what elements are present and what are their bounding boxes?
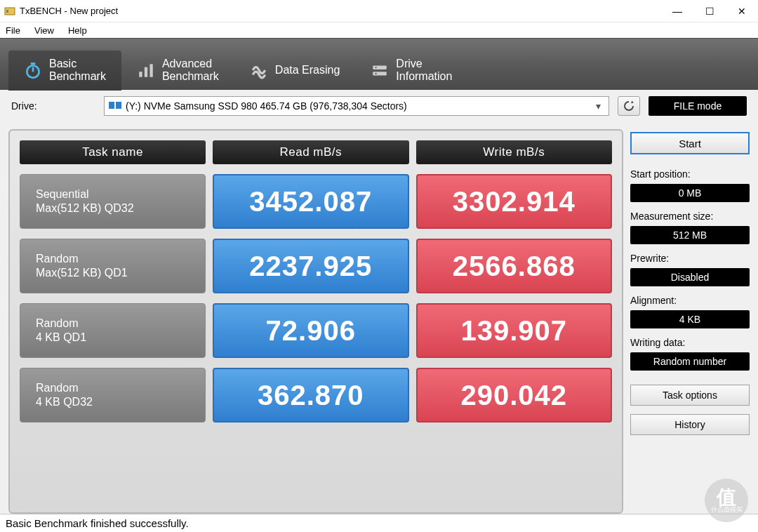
write-value: 139.907 (416, 303, 613, 358)
measurement-size-label: Measurement size: (630, 211, 750, 222)
task-name-line1: Random (36, 381, 205, 395)
tabbar: Basic Benchmark Advanced Benchmark Data … (0, 38, 758, 90)
bench-row: Random Max(512 KB) QD1 2237.925 2566.868 (20, 239, 612, 293)
alignment-value[interactable]: 4 KB (630, 310, 750, 328)
task-name-line2: Max(512 KB) QD32 (36, 201, 205, 215)
minimize-button[interactable]: — (661, 0, 693, 22)
tab-advanced-benchmark[interactable]: Advanced Benchmark (121, 50, 234, 91)
drive-icon (109, 100, 121, 112)
write-value: 3302.914 (416, 174, 613, 229)
tab-data-erasing[interactable]: Data Erasing (234, 50, 356, 91)
app-icon (4, 6, 15, 17)
header-task: Task name (20, 140, 206, 164)
alignment-label: Alignment: (630, 295, 750, 306)
write-value: 2566.868 (416, 239, 613, 293)
task-name-line2: 4 KB QD32 (36, 395, 205, 409)
watermark-char: 值 (717, 488, 736, 506)
start-position-label: Start position: (630, 168, 750, 180)
drive-label: Drive: (11, 100, 95, 112)
task-name-line1: Random (36, 252, 205, 266)
refresh-button[interactable] (618, 96, 640, 116)
tab-drive-information[interactable]: Drive Information (355, 50, 467, 91)
menu-file[interactable]: File (6, 25, 20, 36)
main-area: Task name Read mB/s Write mB/s Sequentia… (0, 122, 758, 514)
write-value: 290.042 (416, 368, 613, 423)
window-title: TxBENCH - New project (20, 6, 661, 16)
writing-data-label: Writing data: (630, 337, 750, 348)
svg-point-10 (375, 67, 377, 68)
maximize-button[interactable]: ☐ (693, 0, 726, 22)
svg-rect-9 (373, 72, 387, 75)
eraser-icon (250, 61, 268, 79)
task-cell[interactable]: Sequential Max(512 KB) QD32 (20, 174, 206, 229)
task-name-line2: 4 KB QD1 (36, 331, 205, 345)
header-write: Write mB/s (416, 140, 613, 164)
drive-icon (371, 61, 389, 79)
drive-row: Drive: (Y:) NVMe Samsung SSD 980 465.74 … (0, 90, 758, 122)
bench-row: Random 4 KB QD1 72.906 139.907 (20, 303, 612, 358)
bench-row: Random 4 KB QD32 362.870 290.042 (20, 368, 612, 423)
drive-select[interactable]: (Y:) NVMe Samsung SSD 980 465.74 GB (976… (104, 96, 609, 116)
task-cell[interactable]: Random 4 KB QD32 (20, 368, 206, 423)
history-button[interactable]: History (630, 414, 750, 435)
task-name-line1: Sequential (36, 187, 205, 201)
task-cell[interactable]: Random 4 KB QD1 (20, 303, 206, 358)
titlebar: TxBENCH - New project — ☐ ✕ (0, 0, 758, 22)
task-options-button[interactable]: Task options (630, 385, 750, 406)
header-read: Read mB/s (213, 140, 409, 164)
read-value: 72.906 (213, 303, 409, 358)
svg-rect-5 (139, 72, 142, 77)
svg-rect-7 (149, 64, 152, 77)
read-value: 3452.087 (213, 174, 409, 229)
svg-rect-4 (31, 62, 36, 65)
status-text: Basic Benchmark finished successfully. (6, 517, 189, 529)
measurement-size-value[interactable]: 512 MB (630, 226, 750, 244)
start-position-value[interactable]: 0 MB (630, 184, 750, 202)
bar-chart-icon (137, 61, 155, 79)
tab-label: Drive Information (396, 58, 452, 82)
file-mode-button[interactable]: FILE mode (649, 96, 747, 116)
close-button[interactable]: ✕ (726, 0, 758, 22)
tab-label: Basic Benchmark (49, 58, 106, 82)
stopwatch-icon (24, 61, 42, 79)
svg-rect-1 (6, 10, 8, 13)
read-value: 362.870 (213, 368, 409, 423)
start-button[interactable]: Start (630, 132, 750, 154)
watermark: 值 什么值得买 (705, 479, 748, 522)
svg-rect-8 (373, 65, 387, 69)
side-panel: Start Start position: 0 MB Measurement s… (630, 129, 750, 514)
menubar: File View Help (0, 22, 758, 38)
menu-view[interactable]: View (34, 25, 54, 36)
drive-selected-text: (Y:) NVMe Samsung SSD 980 465.74 GB (976… (126, 100, 587, 112)
header-row: Task name Read mB/s Write mB/s (20, 140, 612, 164)
bench-row: Sequential Max(512 KB) QD32 3452.087 330… (20, 174, 612, 229)
benchmark-panel: Task name Read mB/s Write mB/s Sequentia… (8, 129, 623, 514)
watermark-text: 什么值得买 (711, 507, 743, 512)
refresh-icon (623, 100, 635, 112)
prewrite-value[interactable]: Disabled (630, 268, 750, 286)
prewrite-label: Prewrite: (630, 253, 750, 264)
window-controls: — ☐ ✕ (661, 0, 758, 22)
svg-rect-6 (145, 67, 147, 77)
writing-data-value[interactable]: Random number (630, 352, 750, 371)
statusbar: Basic Benchmark finished successfully. (0, 514, 758, 532)
task-name-line2: Max(512 KB) QD1 (36, 266, 205, 280)
tab-label: Advanced Benchmark (162, 58, 219, 82)
read-value: 2237.925 (213, 239, 409, 293)
svg-point-11 (375, 72, 377, 74)
tab-label: Data Erasing (275, 64, 340, 77)
task-cell[interactable]: Random Max(512 KB) QD1 (20, 239, 206, 293)
svg-rect-13 (116, 102, 121, 109)
task-name-line1: Random (36, 317, 205, 331)
tab-basic-benchmark[interactable]: Basic Benchmark (8, 50, 121, 91)
chevron-down-icon: ▾ (592, 100, 604, 112)
menu-help[interactable]: Help (68, 25, 87, 36)
svg-rect-12 (109, 102, 114, 109)
